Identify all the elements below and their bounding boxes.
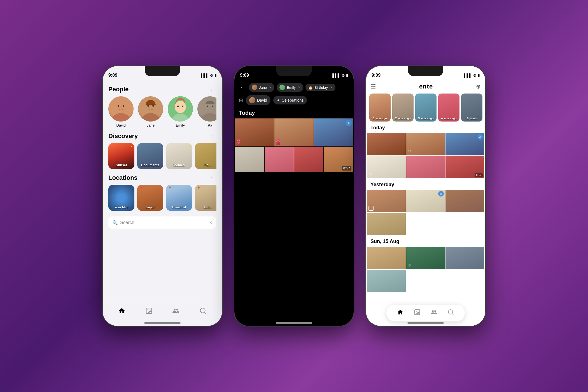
- ente-photo-sun-4[interactable]: [367, 270, 406, 292]
- memory-4yr[interactable]: 4 years ago: [438, 94, 459, 122]
- discovery-chevron[interactable]: ›: [211, 133, 216, 139]
- ente-bottom-nav: [386, 305, 465, 321]
- chip-emily[interactable]: Emily ✕: [277, 83, 303, 92]
- photo-cell-2[interactable]: ♡: [274, 118, 313, 146]
- svg-point-1: [111, 113, 131, 122]
- chip-birthday-remove[interactable]: ✕: [330, 86, 333, 89]
- battery-icon-2: ▮: [346, 73, 348, 78]
- wifi-icon-3: ⊜: [473, 73, 476, 78]
- ente-nav-photos[interactable]: [414, 309, 421, 317]
- location-ladakh[interactable]: 📍 Lad...: [195, 185, 216, 211]
- ente-photo-sun-2[interactable]: ♡: [406, 247, 445, 269]
- ente-photo-today-4[interactable]: ♡: [367, 156, 406, 178]
- ente-photo-sun-1[interactable]: [367, 247, 406, 269]
- svg-point-16: [200, 113, 216, 122]
- memory-6yr[interactable]: 6 years: [461, 94, 482, 122]
- sun15aug-grid: ♡: [366, 247, 485, 292]
- ente-photo-today-3[interactable]: A: [445, 133, 484, 155]
- photo-cell-5[interactable]: [265, 147, 294, 172]
- time-1: 9:09: [108, 73, 117, 78]
- search-clear-icon[interactable]: ✕: [209, 220, 213, 225]
- time-3: 9:09: [372, 73, 381, 78]
- phone-1: 9:09 ▌▌▌ ⊜ ▮ People ›: [102, 66, 223, 326]
- discovery-sunset[interactable]: ✦ Sunset: [108, 143, 134, 169]
- ente-nav-people[interactable]: [431, 309, 437, 317]
- memes-sparkle: ✦: [188, 145, 190, 148]
- nav-people-1[interactable]: [172, 307, 179, 314]
- ente-photo-today-1[interactable]: [367, 133, 406, 155]
- filter-chip-david[interactable]: David: [246, 95, 270, 105]
- checkbox-yday-1[interactable]: [368, 206, 374, 211]
- photo-cell-6[interactable]: [294, 147, 323, 172]
- photo-cell-7[interactable]: 0:57: [324, 147, 353, 172]
- menu-icon[interactable]: ☰: [370, 83, 376, 90]
- back-button[interactable]: ←: [239, 83, 247, 92]
- ente-nav-home[interactable]: [397, 309, 404, 317]
- discovery-food[interactable]: Fo...: [195, 143, 216, 169]
- ladakh-pin: 📍: [197, 186, 201, 190]
- ente-photo-yday-1[interactable]: [367, 190, 406, 212]
- memory-2yr[interactable]: 2 years ago: [392, 94, 414, 122]
- add-photo-icon[interactable]: ⊕: [476, 83, 481, 90]
- avatar-pa-img: [197, 96, 216, 122]
- avatar-jane-img: [138, 96, 163, 122]
- filter-icon[interactable]: ⊞: [239, 97, 243, 103]
- chip-jane[interactable]: Jane ✕: [249, 83, 274, 92]
- ente-photo-yday-3[interactable]: [445, 190, 484, 212]
- memory-3yr[interactable]: 3 years ago: [415, 94, 437, 122]
- search-input[interactable]: Search: [120, 220, 207, 225]
- food-label: Fo...: [195, 163, 216, 167]
- photo-cell-3[interactable]: A: [314, 118, 353, 146]
- person-name-jane: Jane: [147, 123, 155, 127]
- ente-photo-today-6[interactable]: 0:57: [445, 156, 484, 178]
- chip-birthday[interactable]: 🎂 Birthday ✕: [305, 84, 335, 91]
- location-himachal[interactable]: 📍 Himachal: [166, 185, 192, 211]
- sun15aug-label-ente: Sun, 15 Aug: [366, 235, 485, 247]
- person-pa[interactable]: Pa: [197, 96, 216, 127]
- discovery-memes[interactable]: ✦ Memes: [166, 143, 192, 169]
- search-icon: 🔍: [112, 220, 118, 225]
- nav-search-1[interactable]: [199, 307, 207, 314]
- nav-photos-1[interactable]: [145, 307, 153, 314]
- ente-photo-sun-3[interactable]: [445, 247, 484, 269]
- avatar-badge-3: A: [346, 120, 352, 126]
- docs-label: Documents: [137, 163, 163, 167]
- ente-photo-yday-2[interactable]: A: [406, 190, 445, 212]
- photo-cell-4[interactable]: [235, 147, 264, 172]
- phone-2: 9:09 ▌▌▌ ⊜ ▮ ← Jane ✕ Emily ✕ 🎂 Birthd: [234, 66, 354, 326]
- filter-chip-celebrations[interactable]: ✦ Celebrations: [273, 96, 307, 104]
- ente-photo-yday-4[interactable]: [367, 213, 406, 235]
- avatar-yday-2: A: [438, 191, 444, 197]
- sunset-label: Sunset: [108, 163, 134, 167]
- ente-nav-search[interactable]: [447, 309, 454, 317]
- chip-emily-remove[interactable]: ✕: [298, 86, 300, 89]
- people-title: People: [108, 86, 129, 93]
- svg-point-9: [152, 105, 154, 107]
- person-david[interactable]: David: [108, 96, 134, 127]
- memory-label-2yr: 2 years ago: [392, 117, 414, 120]
- memory-1yr[interactable]: 1 year ago: [369, 94, 391, 122]
- locations-chevron[interactable]: ›: [211, 175, 216, 181]
- memory-label-4yr: 4 years ago: [438, 117, 459, 120]
- avatar-today-3: A: [477, 134, 483, 140]
- status-icons-1: ▌▌▌ ⊜ ▮: [201, 73, 216, 78]
- chip-jane-remove[interactable]: ✕: [269, 86, 272, 89]
- location-map[interactable]: Your Map: [108, 185, 134, 211]
- search-bar[interactable]: 🔍 Search ✕: [108, 216, 216, 229]
- people-chevron[interactable]: ›: [211, 87, 216, 92]
- location-jaipur[interactable]: 📍 Jaipur: [137, 185, 163, 211]
- discovery-title: Discovery: [108, 132, 138, 140]
- person-jane[interactable]: Jane: [138, 96, 163, 127]
- time-2: 9:09: [240, 73, 249, 78]
- avatar-emily: [168, 96, 193, 122]
- nav-home-1[interactable]: [118, 307, 125, 314]
- chip-emily-label: Emily: [287, 85, 296, 90]
- photo-cell-1[interactable]: ♡: [235, 118, 274, 146]
- ente-photo-today-2[interactable]: ♡: [406, 133, 445, 155]
- ente-photo-today-5[interactable]: [406, 156, 445, 178]
- himachal-label: Himachal: [166, 206, 192, 209]
- discovery-documents[interactable]: Documents: [137, 143, 163, 169]
- avatar-david-img: [108, 96, 134, 122]
- svg-point-8: [147, 105, 149, 107]
- person-emily[interactable]: Emily: [168, 96, 193, 127]
